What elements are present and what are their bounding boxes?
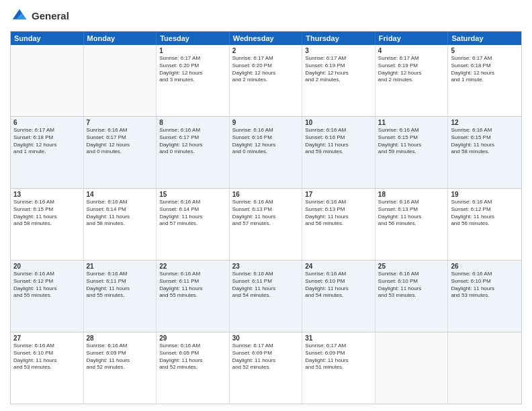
day-cell-13: 13Sunrise: 6:16 AM Sunset: 6:15 PM Dayli… (11, 189, 84, 260)
day-cell-14: 14Sunrise: 6:16 AM Sunset: 6:14 PM Dayli… (84, 189, 157, 260)
day-cell-17: 17Sunrise: 6:16 AM Sunset: 6:13 PM Dayli… (302, 189, 375, 260)
day-info: Sunrise: 6:16 AM Sunset: 6:17 PM Dayligh… (159, 127, 226, 156)
header: General (10, 7, 522, 26)
day-cell-1: 1Sunrise: 6:17 AM Sunset: 6:20 PM Daylig… (157, 45, 230, 116)
day-cell-29: 29Sunrise: 6:16 AM Sunset: 6:09 PM Dayli… (157, 332, 230, 404)
day-cell-10: 10Sunrise: 6:16 AM Sunset: 6:16 PM Dayli… (302, 117, 375, 188)
day-number: 10 (305, 119, 372, 126)
day-cell-18: 18Sunrise: 6:16 AM Sunset: 6:13 PM Dayli… (375, 189, 449, 260)
empty-cell (84, 45, 157, 116)
day-number: 26 (451, 263, 519, 270)
day-info: Sunrise: 6:16 AM Sunset: 6:10 PM Dayligh… (378, 271, 445, 300)
day-info: Sunrise: 6:16 AM Sunset: 6:10 PM Dayligh… (305, 271, 372, 300)
day-info: Sunrise: 6:16 AM Sunset: 6:16 PM Dayligh… (305, 127, 372, 156)
day-info: Sunrise: 6:17 AM Sunset: 6:19 PM Dayligh… (305, 55, 372, 84)
day-info: Sunrise: 6:17 AM Sunset: 6:09 PM Dayligh… (232, 342, 300, 371)
day-number: 28 (87, 334, 154, 342)
header-cell-sunday: Sunday (11, 32, 84, 45)
day-number: 31 (305, 334, 372, 342)
day-number: 30 (232, 334, 300, 342)
day-cell-21: 21Sunrise: 6:16 AM Sunset: 6:11 PM Dayli… (84, 261, 157, 332)
day-number: 20 (13, 263, 81, 270)
day-cell-15: 15Sunrise: 6:16 AM Sunset: 6:14 PM Dayli… (157, 189, 230, 260)
day-number: 11 (378, 119, 445, 126)
day-number: 19 (451, 191, 519, 198)
day-cell-2: 2Sunrise: 6:17 AM Sunset: 6:20 PM Daylig… (230, 45, 303, 116)
day-cell-22: 22Sunrise: 6:16 AM Sunset: 6:11 PM Dayli… (157, 261, 230, 332)
header-cell-monday: Monday (84, 32, 157, 45)
header-cell-saturday: Saturday (448, 32, 521, 45)
day-number: 6 (13, 119, 81, 126)
calendar-row-4: 27Sunrise: 6:16 AM Sunset: 6:10 PM Dayli… (11, 332, 521, 404)
day-info: Sunrise: 6:16 AM Sunset: 6:10 PM Dayligh… (451, 271, 519, 300)
day-info: Sunrise: 6:16 AM Sunset: 6:13 PM Dayligh… (378, 199, 445, 228)
day-cell-3: 3Sunrise: 6:17 AM Sunset: 6:19 PM Daylig… (302, 45, 375, 116)
day-cell-26: 26Sunrise: 6:16 AM Sunset: 6:10 PM Dayli… (448, 261, 521, 332)
day-number: 12 (451, 119, 519, 126)
day-cell-28: 28Sunrise: 6:16 AM Sunset: 6:09 PM Dayli… (84, 332, 157, 404)
day-info: Sunrise: 6:16 AM Sunset: 6:10 PM Dayligh… (13, 342, 81, 371)
day-info: Sunrise: 6:16 AM Sunset: 6:16 PM Dayligh… (232, 127, 300, 156)
day-info: Sunrise: 6:16 AM Sunset: 6:11 PM Dayligh… (159, 271, 226, 300)
day-cell-23: 23Sunrise: 6:16 AM Sunset: 6:11 PM Dayli… (230, 261, 303, 332)
day-number: 4 (378, 47, 445, 54)
day-number: 16 (232, 191, 300, 198)
day-number: 27 (13, 334, 81, 342)
day-number: 18 (378, 191, 445, 198)
day-cell-16: 16Sunrise: 6:16 AM Sunset: 6:13 PM Dayli… (230, 189, 303, 260)
day-number: 29 (159, 334, 226, 342)
calendar-row-0: 1Sunrise: 6:17 AM Sunset: 6:20 PM Daylig… (11, 45, 521, 116)
calendar-body: 1Sunrise: 6:17 AM Sunset: 6:20 PM Daylig… (11, 45, 521, 404)
day-info: Sunrise: 6:17 AM Sunset: 6:09 PM Dayligh… (305, 342, 372, 371)
day-number: 2 (232, 47, 300, 54)
day-number: 9 (232, 119, 300, 126)
day-info: Sunrise: 6:17 AM Sunset: 6:19 PM Dayligh… (378, 55, 445, 84)
day-number: 13 (13, 191, 81, 198)
day-number: 21 (87, 263, 154, 270)
day-number: 7 (87, 119, 154, 126)
day-number: 15 (159, 191, 226, 198)
day-cell-27: 27Sunrise: 6:16 AM Sunset: 6:10 PM Dayli… (11, 332, 84, 404)
day-number: 25 (378, 263, 445, 270)
day-info: Sunrise: 6:16 AM Sunset: 6:15 PM Dayligh… (378, 127, 445, 156)
day-cell-4: 4Sunrise: 6:17 AM Sunset: 6:19 PM Daylig… (375, 45, 449, 116)
day-number: 3 (305, 47, 372, 54)
empty-cell (11, 45, 84, 116)
day-info: Sunrise: 6:16 AM Sunset: 6:15 PM Dayligh… (451, 127, 519, 156)
day-info: Sunrise: 6:17 AM Sunset: 6:20 PM Dayligh… (232, 55, 300, 84)
calendar-header: SundayMondayTuesdayWednesdayThursdayFrid… (11, 32, 521, 45)
empty-cell (448, 332, 521, 404)
day-cell-11: 11Sunrise: 6:16 AM Sunset: 6:15 PM Dayli… (375, 117, 449, 188)
day-info: Sunrise: 6:16 AM Sunset: 6:13 PM Dayligh… (232, 199, 300, 228)
day-cell-7: 7Sunrise: 6:16 AM Sunset: 6:17 PM Daylig… (84, 117, 157, 188)
day-info: Sunrise: 6:16 AM Sunset: 6:12 PM Dayligh… (451, 199, 519, 228)
header-cell-friday: Friday (375, 32, 449, 45)
day-number: 24 (305, 263, 372, 270)
day-number: 1 (159, 47, 226, 54)
calendar-row-3: 20Sunrise: 6:16 AM Sunset: 6:12 PM Dayli… (11, 260, 521, 332)
day-number: 22 (159, 263, 226, 270)
day-cell-9: 9Sunrise: 6:16 AM Sunset: 6:16 PM Daylig… (230, 117, 303, 188)
day-cell-30: 30Sunrise: 6:17 AM Sunset: 6:09 PM Dayli… (230, 332, 303, 404)
logo: General (10, 7, 69, 26)
day-info: Sunrise: 6:16 AM Sunset: 6:14 PM Dayligh… (159, 199, 226, 228)
day-cell-24: 24Sunrise: 6:16 AM Sunset: 6:10 PM Dayli… (302, 261, 375, 332)
logo-text: General (32, 11, 69, 22)
day-cell-6: 6Sunrise: 6:17 AM Sunset: 6:18 PM Daylig… (11, 117, 84, 188)
day-info: Sunrise: 6:17 AM Sunset: 6:18 PM Dayligh… (451, 55, 519, 84)
day-cell-31: 31Sunrise: 6:17 AM Sunset: 6:09 PM Dayli… (302, 332, 375, 404)
day-cell-19: 19Sunrise: 6:16 AM Sunset: 6:12 PM Dayli… (448, 189, 521, 260)
day-cell-5: 5Sunrise: 6:17 AM Sunset: 6:18 PM Daylig… (448, 45, 521, 116)
day-info: Sunrise: 6:16 AM Sunset: 6:13 PM Dayligh… (305, 199, 372, 228)
calendar: SundayMondayTuesdayWednesdayThursdayFrid… (10, 31, 522, 404)
day-info: Sunrise: 6:16 AM Sunset: 6:11 PM Dayligh… (87, 271, 154, 300)
day-number: 17 (305, 191, 372, 198)
day-info: Sunrise: 6:17 AM Sunset: 6:18 PM Dayligh… (13, 127, 81, 156)
day-cell-25: 25Sunrise: 6:16 AM Sunset: 6:10 PM Dayli… (375, 261, 449, 332)
day-cell-20: 20Sunrise: 6:16 AM Sunset: 6:12 PM Dayli… (11, 261, 84, 332)
calendar-row-2: 13Sunrise: 6:16 AM Sunset: 6:15 PM Dayli… (11, 188, 521, 260)
day-number: 14 (87, 191, 154, 198)
header-cell-wednesday: Wednesday (230, 32, 303, 45)
empty-cell (375, 332, 449, 404)
day-info: Sunrise: 6:16 AM Sunset: 6:11 PM Dayligh… (232, 271, 300, 300)
